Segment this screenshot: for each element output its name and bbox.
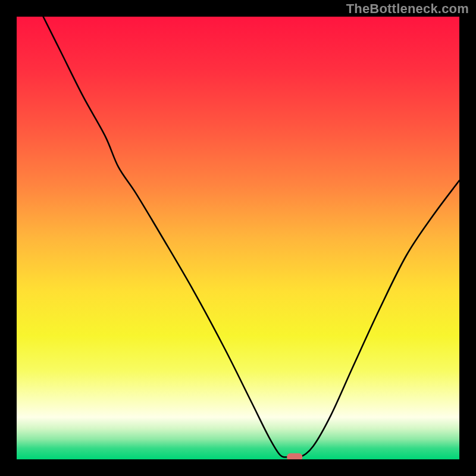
chart-frame: TheBottleneck.com xyxy=(0,0,476,476)
gradient-background xyxy=(17,17,459,459)
watermark-text: TheBottleneck.com xyxy=(346,1,469,17)
optimal-marker xyxy=(287,453,302,459)
plot-area xyxy=(17,17,459,459)
plot-svg xyxy=(17,17,459,459)
